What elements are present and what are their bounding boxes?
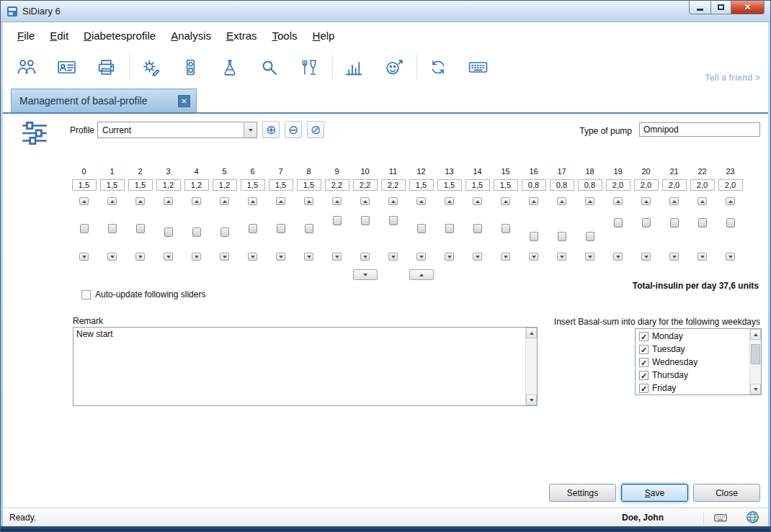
patients-icon[interactable]: [16, 55, 37, 79]
weekday-row[interactable]: ✓Monday: [636, 330, 749, 343]
basal-value-field[interactable]: 1,2: [213, 179, 237, 191]
slider-down-button[interactable]: [248, 253, 257, 261]
slider-thumb[interactable]: [220, 227, 229, 237]
slider-up-button[interactable]: [445, 197, 454, 205]
menu-item-file[interactable]: File: [17, 30, 35, 42]
weekday-checkbox[interactable]: ✓: [639, 345, 649, 354]
slider-thumb[interactable]: [586, 232, 594, 241]
bulk-up-button[interactable]: [409, 269, 434, 280]
slider-up-button[interactable]: [698, 197, 707, 205]
tell-a-friend-link[interactable]: Tell a friend >: [705, 73, 760, 83]
slider-down-button[interactable]: [669, 253, 679, 261]
slider-up-button[interactable]: [248, 197, 257, 205]
slider-thumb[interactable]: [136, 224, 145, 233]
basal-value-field[interactable]: 1,5: [128, 179, 153, 191]
globe-icon[interactable]: [746, 510, 759, 524]
add-profile-button[interactable]: ⊕: [262, 121, 280, 138]
lab-icon[interactable]: [219, 55, 241, 79]
slider-thumb[interactable]: [361, 216, 370, 225]
slider-thumb[interactable]: [80, 224, 89, 233]
slider-thumb[interactable]: [726, 218, 735, 227]
weekday-checkbox[interactable]: ✓: [639, 371, 649, 380]
basal-value-field[interactable]: 2,0: [606, 179, 630, 191]
contact-card-icon[interactable]: [55, 55, 77, 79]
slider-down-button[interactable]: [585, 253, 594, 261]
weekday-checkbox[interactable]: ✓: [639, 358, 649, 367]
search-icon[interactable]: [259, 55, 280, 79]
slider-down-button[interactable]: [107, 253, 117, 261]
slider-up-button[interactable]: [388, 197, 398, 205]
basal-value-field[interactable]: 2,0: [634, 179, 659, 191]
maximize-button[interactable]: [710, 1, 731, 14]
remark-scrollbar[interactable]: [525, 328, 537, 405]
scroll-up-button[interactable]: [750, 329, 761, 340]
weekday-checkbox[interactable]: ✓: [639, 332, 649, 341]
profile-dropdown-button[interactable]: [244, 122, 257, 137]
slider-up-button[interactable]: [360, 197, 370, 205]
menu-item-diabetesprofile[interactable]: Diabetesprofile: [84, 30, 156, 42]
weekday-row[interactable]: ✓Wednesday: [636, 356, 749, 369]
slider-up-button[interactable]: [332, 197, 342, 205]
basal-value-field[interactable]: 2,0: [662, 179, 687, 191]
slider-down-button[interactable]: [304, 253, 313, 261]
basal-value-field[interactable]: 1,5: [494, 179, 518, 191]
profile-settings-icon[interactable]: [140, 55, 161, 79]
basal-value-field[interactable]: 1,2: [156, 179, 181, 191]
disable-profile-button[interactable]: ⊘: [307, 121, 324, 138]
slider-down-button[interactable]: [726, 253, 735, 261]
feedback-icon[interactable]: [383, 55, 404, 79]
slider-up-button[interactable]: [557, 197, 566, 205]
slider-thumb[interactable]: [389, 216, 398, 225]
slider-thumb[interactable]: [164, 227, 173, 237]
settings-button[interactable]: Settings: [549, 484, 616, 502]
print-icon[interactable]: [95, 55, 117, 79]
slider-up-button[interactable]: [79, 197, 89, 205]
slider-thumb[interactable]: [192, 227, 201, 237]
slider-down-button[interactable]: [388, 253, 398, 261]
slider-down-button[interactable]: [613, 253, 623, 261]
slider-up-button[interactable]: [726, 197, 735, 205]
pump-type-field[interactable]: Omnipod: [639, 122, 760, 137]
close-button[interactable]: Close: [693, 484, 760, 502]
menu-item-analysis[interactable]: Analysis: [171, 30, 211, 42]
slider-thumb[interactable]: [333, 216, 342, 225]
menu-item-edit[interactable]: Edit: [50, 30, 68, 42]
weekday-listbox[interactable]: ✓Monday✓Tuesday✓Wednesday✓Thursday✓Frida…: [635, 328, 762, 395]
slider-thumb[interactable]: [473, 224, 482, 233]
slider-down-button[interactable]: [276, 253, 285, 261]
basal-value-field[interactable]: 1,2: [184, 179, 209, 191]
basal-value-field[interactable]: 1,5: [269, 179, 293, 191]
basal-value-field[interactable]: 2,2: [325, 179, 349, 191]
basal-value-field[interactable]: 2,2: [353, 179, 378, 191]
slider-down-button[interactable]: [220, 253, 229, 261]
basal-value-field[interactable]: 1,5: [437, 179, 462, 191]
weekday-checkbox[interactable]: ✓: [639, 384, 649, 393]
meter-icon[interactable]: [179, 55, 201, 79]
slider-down-button[interactable]: [473, 253, 482, 261]
slider-thumb[interactable]: [445, 224, 454, 233]
basal-value-field[interactable]: 1,5: [465, 179, 490, 191]
slider-thumb[interactable]: [530, 232, 538, 241]
nutrition-icon[interactable]: [298, 55, 320, 79]
slider-up-button[interactable]: [529, 197, 538, 205]
tab-management-of-basal-profile[interactable]: Management of basal-profile ✕: [11, 89, 197, 112]
slider-thumb[interactable]: [670, 218, 679, 227]
basal-value-field[interactable]: 2,0: [718, 179, 743, 191]
scroll-down-button[interactable]: [750, 384, 761, 395]
slider-up-button[interactable]: [135, 197, 145, 205]
menu-item-tools[interactable]: Tools: [272, 30, 298, 42]
basal-value-field[interactable]: 1,5: [297, 179, 321, 191]
statistics-icon[interactable]: [343, 55, 365, 79]
slider-up-button[interactable]: [641, 197, 651, 205]
basal-value-field[interactable]: 1,5: [100, 179, 125, 191]
slider-thumb[interactable]: [502, 224, 510, 233]
close-button[interactable]: ✕: [731, 1, 765, 14]
slider-down-button[interactable]: [416, 253, 426, 261]
slider-down-button[interactable]: [501, 253, 510, 261]
slider-down-button[interactable]: [135, 253, 145, 261]
slider-up-button[interactable]: [276, 197, 285, 205]
menu-item-help[interactable]: Help: [313, 30, 335, 42]
menu-item-extras[interactable]: Extras: [226, 30, 257, 42]
remove-profile-button[interactable]: ⊖: [285, 121, 302, 138]
sync-icon[interactable]: [427, 55, 449, 79]
